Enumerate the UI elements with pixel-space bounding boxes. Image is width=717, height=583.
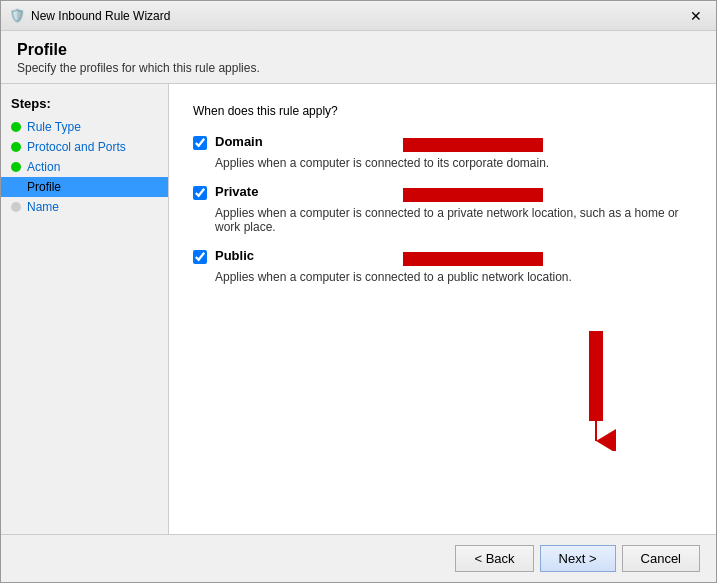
domain-group: Domain Applies when a compu (193, 134, 692, 170)
back-button[interactable]: < Back (455, 545, 533, 572)
private-description: Applies when a computer is connected to … (215, 206, 692, 234)
private-group: Private Applies when a comp (193, 184, 692, 234)
private-checkbox-row: Private (193, 184, 692, 200)
dot-protocol-ports (11, 142, 21, 152)
page-subtitle: Specify the profiles for which this rule… (17, 61, 700, 75)
close-button[interactable]: ✕ (684, 6, 708, 26)
sidebar-label-protocol-ports: Protocol and Ports (27, 140, 126, 154)
public-checkbox-row: Public (193, 248, 692, 264)
down-arrow-svg (576, 331, 616, 451)
domain-checkbox-row: Domain (193, 134, 692, 150)
sidebar-item-action[interactable]: Action (1, 157, 168, 177)
sidebar-label-name: Name (27, 200, 59, 214)
sidebar-item-name[interactable]: Name (1, 197, 168, 217)
svg-rect-4 (403, 188, 543, 202)
next-arrow-annotation (576, 331, 616, 454)
sidebar-item-protocol-ports[interactable]: Protocol and Ports (1, 137, 168, 157)
sidebar-header: Steps: (1, 92, 168, 117)
rule-apply-question: When does this rule apply? (193, 104, 692, 118)
public-description: Applies when a computer is connected to … (215, 270, 692, 284)
page-header: Profile Specify the profiles for which t… (1, 31, 716, 83)
window-icon: 🛡️ (9, 8, 25, 24)
sidebar-label-action: Action (27, 160, 60, 174)
sidebar-item-profile[interactable]: Profile (1, 177, 168, 197)
main-panel: When does this rule apply? Domain (169, 84, 716, 534)
main-layout: Steps: Rule Type Protocol and Ports Acti… (1, 84, 716, 534)
dot-name (11, 202, 21, 212)
dot-profile (11, 182, 21, 192)
sidebar-item-rule-type[interactable]: Rule Type (1, 117, 168, 137)
domain-label[interactable]: Domain (215, 134, 263, 149)
private-checkbox[interactable] (193, 186, 207, 200)
sidebar-label-rule-type: Rule Type (27, 120, 81, 134)
svg-rect-1 (403, 138, 543, 152)
domain-description: Applies when a computer is connected to … (215, 156, 692, 170)
public-group: Public Applies when a compu (193, 248, 692, 284)
private-label[interactable]: Private (215, 184, 258, 199)
cancel-button[interactable]: Cancel (622, 545, 700, 572)
bottom-bar: < Back Next > Cancel (1, 534, 716, 582)
domain-checkbox[interactable] (193, 136, 207, 150)
panel-content: When does this rule apply? Domain (169, 84, 716, 534)
dot-rule-type (11, 122, 21, 132)
svg-rect-10 (589, 331, 603, 421)
title-bar: 🛡️ New Inbound Rule Wizard ✕ (1, 1, 716, 31)
wizard-window: 🛡️ New Inbound Rule Wizard ✕ Profile Spe… (0, 0, 717, 583)
dot-action (11, 162, 21, 172)
sidebar-label-profile: Profile (27, 180, 61, 194)
public-label[interactable]: Public (215, 248, 254, 263)
window-title: New Inbound Rule Wizard (31, 9, 684, 23)
page-title: Profile (17, 41, 700, 59)
public-checkbox[interactable] (193, 250, 207, 264)
svg-rect-7 (403, 252, 543, 266)
sidebar: Steps: Rule Type Protocol and Ports Acti… (1, 84, 169, 534)
next-button[interactable]: Next > (540, 545, 616, 572)
